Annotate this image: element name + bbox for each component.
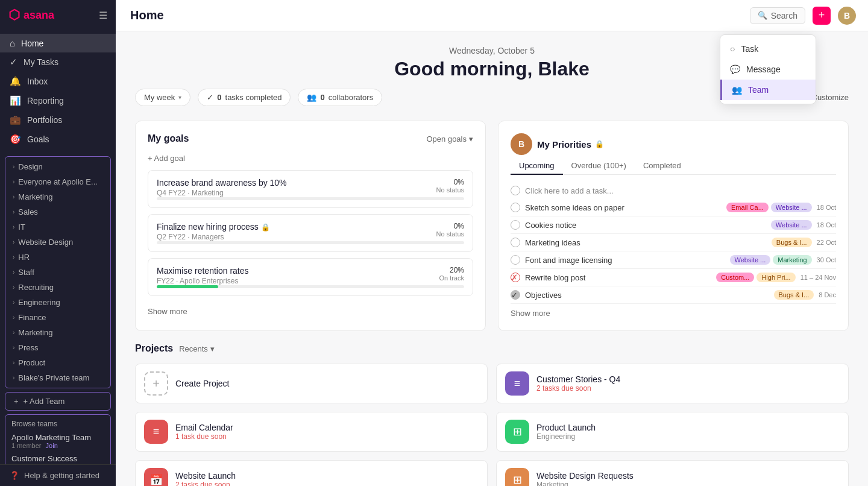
team-item[interactable]: ›Design	[5, 159, 110, 174]
task-tag: Website ...	[771, 203, 812, 212]
help-icon: ❓	[10, 471, 19, 480]
hamburger-icon[interactable]: ☰	[99, 10, 107, 21]
team-name: Product	[18, 358, 45, 367]
create-button[interactable]: +	[813, 7, 831, 25]
project-item[interactable]: ≡ Customer Stories - Q4 2 tasks due soon	[496, 364, 849, 403]
sidebar-item-goals[interactable]: 🎯 Goals	[0, 130, 116, 149]
task-item[interactable]: Marketing ideas Bugs & I... 22 Oct	[511, 234, 836, 251]
chevron-right-icon: ›	[13, 194, 14, 200]
collaborators-label: collaborators	[329, 93, 373, 102]
project-name: Customer Stories - Q4	[536, 374, 620, 384]
priorities-card: B My Priorities 🔒 Upcoming Overdue (100+…	[498, 121, 849, 331]
my-week-pill[interactable]: My week ▾	[135, 89, 190, 106]
task-item[interactable]: ✓ Objectives Bugs & I... 8 Dec	[511, 286, 836, 304]
project-info: Product Launch Engineering	[536, 423, 596, 441]
project-item[interactable]: ⊞ Product Launch Engineering	[496, 412, 849, 452]
tasks-completed-count: 0	[217, 93, 221, 102]
tab-upcoming[interactable]: Upcoming	[511, 157, 563, 175]
project-item[interactable]: ≡ Email Calendar 1 task due soon	[135, 412, 488, 452]
recents-button[interactable]: Recents ▾	[179, 344, 215, 353]
team-item[interactable]: ›Finance	[5, 310, 110, 325]
team-item[interactable]: ›Sales	[5, 204, 110, 219]
task-tags: Website ...Marketing	[730, 255, 812, 265]
priorities-title-row: My Priorities 🔒	[537, 139, 604, 150]
team-item[interactable]: ›Blake's Private team	[5, 370, 110, 385]
sidebar-goals-label: Goals	[27, 134, 49, 144]
search-icon: 🔍	[758, 11, 767, 20]
help-button[interactable]: ❓ Help & getting started	[0, 464, 116, 486]
task-item[interactable]: Sketch some ideas on paper Email Ca...We…	[511, 199, 836, 216]
team-name: Sales	[18, 207, 38, 216]
team-item[interactable]: ›Website Design	[5, 235, 110, 250]
chevron-right-icon: ›	[13, 224, 14, 230]
sidebar-item-home[interactable]: ⌂ Home	[0, 34, 116, 52]
team-name: Everyone at Apollo E...	[18, 177, 98, 186]
team-item[interactable]: ›Marketing	[5, 189, 110, 204]
tab-overdue[interactable]: Overdue (100+)	[563, 157, 635, 175]
goal-meta: FY22 · Apollo Enterprises	[157, 277, 249, 285]
priorities-show-more-button[interactable]: Show more	[511, 309, 550, 318]
goal-item[interactable]: Maximise retention rates FY22 · Apollo E…	[148, 258, 473, 296]
user-avatar[interactable]: B	[838, 7, 856, 25]
sidebar-item-my-tasks[interactable]: ✓ My Tasks	[0, 52, 116, 72]
bell-icon: 🔔	[10, 76, 21, 87]
project-item[interactable]: ⊞ Website Design Requests Marketing	[496, 460, 849, 486]
browse-teams-section: Browse teams Apollo Marketing Team 1 mem…	[5, 414, 111, 464]
project-item[interactable]: 📅 Website Launch 2 tasks due soon	[135, 460, 488, 486]
progress-bar-bg	[157, 241, 464, 244]
team-item[interactable]: ›Engineering	[5, 295, 110, 310]
chevron-right-icon: ›	[13, 209, 14, 215]
team-item[interactable]: ›IT	[5, 219, 110, 235]
open-goals-button[interactable]: Open goals ▾	[427, 134, 474, 144]
team-item[interactable]: ›Everyone at Apollo E...	[5, 174, 110, 189]
task-date: 30 Oct	[817, 256, 836, 264]
team-item[interactable]: ›Marketing	[5, 325, 110, 340]
goals-show-more-button[interactable]: Show more	[148, 307, 187, 316]
dropdown-team[interactable]: 👥 Team	[720, 80, 816, 100]
browse-team-name: Apollo Marketing Team	[11, 433, 104, 442]
projects-header: Projects Recents ▾	[135, 343, 849, 354]
task-date: 8 Dec	[819, 291, 836, 298]
sidebar-item-inbox[interactable]: 🔔 Inbox	[0, 72, 116, 91]
dropdown-task[interactable]: ○ Task	[720, 39, 816, 59]
search-label: Search	[771, 11, 797, 21]
goals-icon: 🎯	[10, 134, 21, 145]
chevron-down-icon: ▾	[210, 344, 215, 353]
task-item[interactable]: Cookies notice Website ... 18 Oct	[511, 216, 836, 234]
add-team-button[interactable]: + + Add Team	[5, 392, 111, 411]
join-link[interactable]: Join	[46, 442, 58, 449]
task-check-icon	[511, 238, 520, 247]
add-task-row[interactable]: Click here to add a task...	[511, 182, 836, 199]
dropdown-message-label: Message	[746, 65, 781, 74]
team-item[interactable]: ›Product	[5, 355, 110, 370]
add-team-label: + Add Team	[24, 397, 65, 406]
goal-item[interactable]: Finalize new hiring process 🔒 Q2 FY22 · …	[148, 214, 473, 252]
add-team-plus-icon: +	[14, 397, 19, 406]
task-tag: Bugs & I...	[774, 290, 814, 300]
tab-completed[interactable]: Completed	[635, 157, 690, 175]
people-icon: 👥	[307, 93, 316, 102]
add-goal-button[interactable]: + Add goal	[148, 154, 473, 163]
chevron-right-icon: ›	[13, 299, 14, 306]
project-item[interactable]: + Create Project	[135, 364, 488, 403]
browse-teams-title: Browse teams	[11, 420, 104, 428]
goal-name: Finalize new hiring process 🔒	[157, 222, 270, 232]
project-name: Product Launch	[536, 423, 596, 432]
team-item[interactable]: ›Press	[5, 340, 110, 355]
goal-item[interactable]: Increase brand awareness by 10% Q4 FY22 …	[148, 170, 473, 208]
sidebar-item-portfolios[interactable]: 💼 Portfolios	[0, 110, 116, 130]
chevron-right-icon: ›	[13, 344, 14, 351]
sidebar-item-reporting[interactable]: 📊 Reporting	[0, 91, 116, 110]
project-info: Email Calendar 1 task due soon	[175, 423, 233, 441]
task-item[interactable]: Font and image licensing Website ...Mark…	[511, 251, 836, 269]
dropdown-message[interactable]: 💬 Message	[720, 59, 816, 80]
team-item[interactable]: ›Recruiting	[5, 280, 110, 295]
team-item[interactable]: ›Staff	[5, 265, 110, 280]
goal-percentage: 0%	[428, 178, 464, 186]
task-item[interactable]: ✗ Rewrite blog post Custom...High Pri...…	[511, 269, 836, 286]
task-tags: Website ...	[771, 220, 812, 230]
search-box[interactable]: 🔍 Search	[750, 7, 805, 24]
team-item[interactable]: ›HR	[5, 250, 110, 265]
browse-team-meta: 1 member Join	[11, 442, 104, 449]
chevron-right-icon: ›	[13, 329, 14, 336]
